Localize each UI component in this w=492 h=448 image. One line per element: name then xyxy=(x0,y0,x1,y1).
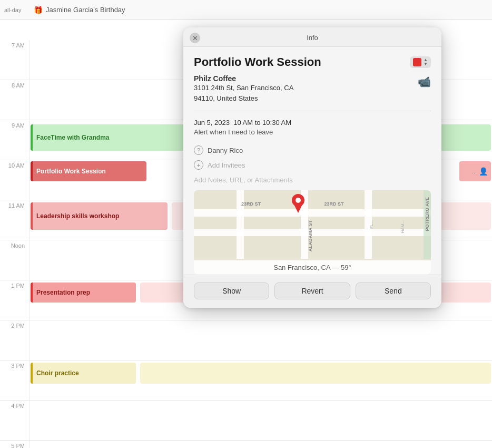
popup-body: Portfolio Work Session ▲ ▼ Philz Coffee … xyxy=(183,47,441,275)
popup-title-row: Portfolio Work Session ▲ ▼ xyxy=(194,55,431,69)
show-button[interactable]: Show xyxy=(194,283,269,299)
presentation-event[interactable]: Presentation prep xyxy=(31,283,136,303)
map-caption: San Francisco, CA — 59° xyxy=(194,260,431,275)
street-v-1 xyxy=(237,190,244,259)
street-label-23rd-2: 23RD ST xyxy=(324,201,344,207)
time-row-3pm: 3 PM Choir practice xyxy=(0,361,492,401)
time-label-1pm: 1 PM xyxy=(0,280,29,320)
close-icon: ✕ xyxy=(192,34,198,42)
time-label-noon: Noon xyxy=(0,240,29,280)
popup-header-title: Info xyxy=(307,34,318,42)
popup-event-title: Portfolio Work Session xyxy=(194,55,321,69)
time-content-3pm: Choir practice xyxy=(29,361,492,400)
time-label-8am: 8 AM xyxy=(0,80,29,120)
popup-footer: Show Revert Send xyxy=(183,275,441,308)
notes-placeholder[interactable]: Add Notes, URL, or Attachments xyxy=(194,175,431,184)
street-label-ham: HAM... xyxy=(400,220,405,233)
all-day-label: all-day xyxy=(4,7,29,13)
datetime-line: Jun 5, 2023 10 AM to 10:30 AM xyxy=(194,119,431,126)
leadership-event-label: Leadership skills workshop xyxy=(36,212,119,220)
time-label-4pm: 4 PM xyxy=(0,401,29,440)
time-label-2pm: 2 PM xyxy=(0,320,29,360)
map-caption-text: San Francisco, CA — 59° xyxy=(273,264,351,271)
popup-datetime: Jun 5, 2023 10 AM to 10:30 AM Alert when… xyxy=(194,119,431,136)
stepper-arrows[interactable]: ▲ ▼ xyxy=(424,58,428,66)
birthday-event[interactable]: 🎁 Jasmine Garcia's Birthday xyxy=(34,6,125,14)
birthday-title: Jasmine Garcia's Birthday xyxy=(46,6,125,14)
map-bg: 23RD ST 23RD ST ALABAMA ST POTRERO AVE F… xyxy=(194,190,431,259)
event-time: 10 AM to 10:30 AM xyxy=(233,119,291,126)
invitees-label: Add Invitees xyxy=(208,161,245,169)
map-pin xyxy=(291,194,305,215)
popup-invitees[interactable]: + Add Invitees xyxy=(194,160,431,170)
facetime-event-label: FaceTime with Grandma xyxy=(36,134,110,141)
video-camera-icon[interactable]: 📹 xyxy=(418,75,431,88)
time-label-7am: 7 AM xyxy=(0,40,29,80)
map-view[interactable]: 23RD ST 23RD ST ALABAMA ST POTRERO AVE F… xyxy=(194,190,431,275)
time-content-2pm xyxy=(29,320,492,360)
svg-point-2 xyxy=(296,198,301,203)
question-icon: ? xyxy=(194,145,203,155)
time-row-4pm: 4 PM xyxy=(0,401,492,441)
location-details: Philz Coffee 3101 24th St, San Francisco… xyxy=(194,74,293,103)
color-stepper[interactable]: ▲ ▼ xyxy=(410,56,431,68)
street-label-alabama: ALABAMA ST xyxy=(308,220,313,251)
time-label-10am: 10 AM xyxy=(0,160,29,200)
time-row-5pm: 5 PM xyxy=(0,441,492,448)
popup-header: ✕ Info xyxy=(183,27,441,47)
send-button[interactable]: Send xyxy=(356,283,431,299)
person-question-icon: 👤 xyxy=(479,167,488,176)
portfolio-event-label: Portfolio Work Session xyxy=(36,168,106,175)
location-name: Philz Coffee xyxy=(194,74,293,83)
leadership-event[interactable]: Leadership skills workshop xyxy=(31,202,168,230)
time-label-3pm: 3 PM xyxy=(0,361,29,400)
event-date: Jun 5, 2023 xyxy=(194,119,230,126)
organizer-name: Danny Rico xyxy=(208,147,243,154)
popup-location: Philz Coffee 3101 24th St, San Francisco… xyxy=(194,74,431,111)
plus-icon: + xyxy=(194,160,203,170)
presentation-event-label: Presentation prep xyxy=(36,289,90,296)
street-label-23rd-1: 23RD ST xyxy=(241,201,261,207)
pin-svg xyxy=(291,194,305,213)
choir-event[interactable]: Choir practice xyxy=(31,363,136,384)
time-label-9am: 9 AM xyxy=(0,120,29,160)
revert-button[interactable]: Revert xyxy=(274,283,350,299)
more-indicator: ... xyxy=(472,168,477,174)
time-row-2pm: 2 PM xyxy=(0,320,492,361)
popup-organizer: ? Danny Rico xyxy=(194,142,431,155)
choir-event-label: Choir practice xyxy=(36,369,79,377)
portfolio-event[interactable]: Portfolio Work Session xyxy=(31,161,146,181)
choir-event-overflow xyxy=(140,363,491,384)
stepper-down: ▼ xyxy=(424,62,428,66)
time-content-4pm xyxy=(29,401,492,440)
time-label-11am: 11 AM xyxy=(0,200,29,240)
color-dot xyxy=(413,58,421,66)
time-content-5pm xyxy=(29,441,492,448)
info-popup: ✕ Info Portfolio Work Session ▲ ▼ Philz … xyxy=(183,27,441,308)
svg-marker-1 xyxy=(294,204,302,213)
time-label-5pm: 5 PM xyxy=(0,441,29,448)
street-h-1 xyxy=(194,209,431,217)
location-address: 3101 24th St, San Francisco, CA94110, Un… xyxy=(194,83,293,103)
street-label-potrero: POTRERO AVE xyxy=(425,197,430,231)
gift-icon: 🎁 xyxy=(34,6,43,14)
all-day-row: all-day 🎁 Jasmine Garcia's Birthday xyxy=(0,0,492,20)
street-label-fl: FL... xyxy=(369,220,374,229)
alert-line: Alert when I need to leave xyxy=(194,128,431,136)
close-button[interactable]: ✕ xyxy=(190,33,200,43)
